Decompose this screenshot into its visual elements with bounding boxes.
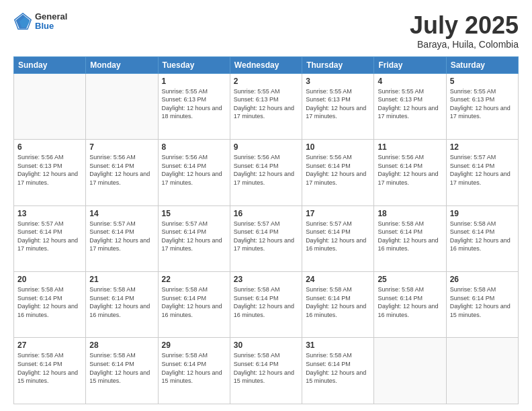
- table-row: 16Sunrise: 5:57 AM Sunset: 6:14 PM Dayli…: [230, 205, 302, 271]
- calendar-header-row: Sunday Monday Tuesday Wednesday Thursday…: [14, 56, 519, 73]
- table-row: 8Sunrise: 5:56 AM Sunset: 6:14 PM Daylig…: [158, 140, 230, 205]
- day-number: 11: [378, 142, 442, 152]
- day-info: Sunrise: 5:58 AM Sunset: 6:14 PM Dayligh…: [306, 351, 370, 385]
- calendar-subtitle: Baraya, Huila, Colombia: [410, 39, 519, 50]
- day-number: 26: [450, 275, 515, 284]
- table-row: 3Sunrise: 5:55 AM Sunset: 6:13 PM Daylig…: [302, 73, 374, 139]
- table-row: [374, 338, 446, 404]
- day-number: 25: [378, 275, 442, 284]
- day-info: Sunrise: 5:57 AM Sunset: 6:14 PM Dayligh…: [450, 153, 515, 187]
- day-info: Sunrise: 5:56 AM Sunset: 6:14 PM Dayligh…: [89, 153, 154, 187]
- day-number: 23: [234, 275, 298, 284]
- table-row: 7Sunrise: 5:56 AM Sunset: 6:14 PM Daylig…: [86, 140, 158, 205]
- day-info: Sunrise: 5:56 AM Sunset: 6:13 PM Dayligh…: [17, 153, 82, 187]
- day-info: Sunrise: 5:55 AM Sunset: 6:13 PM Dayligh…: [234, 87, 298, 121]
- day-number: 9: [234, 142, 298, 152]
- table-row: 19Sunrise: 5:58 AM Sunset: 6:14 PM Dayli…: [446, 205, 518, 271]
- table-row: 11Sunrise: 5:56 AM Sunset: 6:14 PM Dayli…: [374, 140, 446, 205]
- day-number: 8: [162, 142, 226, 152]
- table-row: 31Sunrise: 5:58 AM Sunset: 6:14 PM Dayli…: [302, 338, 374, 404]
- day-info: Sunrise: 5:58 AM Sunset: 6:14 PM Dayligh…: [234, 351, 298, 385]
- table-row: 28Sunrise: 5:58 AM Sunset: 6:14 PM Dayli…: [86, 338, 158, 404]
- logo-icon: [13, 12, 32, 31]
- day-number: 24: [306, 275, 370, 284]
- day-info: Sunrise: 5:56 AM Sunset: 6:14 PM Dayligh…: [306, 153, 370, 187]
- day-number: 1: [162, 77, 226, 86]
- col-tuesday: Tuesday: [158, 56, 230, 73]
- day-info: Sunrise: 5:58 AM Sunset: 6:14 PM Dayligh…: [234, 285, 298, 319]
- day-number: 4: [378, 77, 442, 86]
- table-row: [446, 338, 518, 404]
- day-number: 18: [378, 209, 442, 218]
- day-number: 5: [450, 77, 515, 86]
- table-row: 21Sunrise: 5:58 AM Sunset: 6:14 PM Dayli…: [86, 272, 158, 338]
- table-row: 26Sunrise: 5:58 AM Sunset: 6:14 PM Dayli…: [446, 272, 518, 338]
- day-number: 22: [162, 275, 226, 284]
- table-row: 17Sunrise: 5:57 AM Sunset: 6:14 PM Dayli…: [302, 205, 374, 271]
- table-row: 23Sunrise: 5:58 AM Sunset: 6:14 PM Dayli…: [230, 272, 302, 338]
- table-row: 4Sunrise: 5:55 AM Sunset: 6:13 PM Daylig…: [374, 73, 446, 139]
- table-row: 30Sunrise: 5:58 AM Sunset: 6:14 PM Dayli…: [230, 338, 302, 404]
- day-info: Sunrise: 5:55 AM Sunset: 6:13 PM Dayligh…: [378, 87, 442, 121]
- table-row: 5Sunrise: 5:55 AM Sunset: 6:13 PM Daylig…: [446, 73, 518, 139]
- day-number: 31: [306, 340, 370, 350]
- title-block: July 2025 Baraya, Huila, Colombia: [410, 12, 519, 50]
- day-number: 20: [17, 275, 82, 284]
- calendar-week-row: 20Sunrise: 5:58 AM Sunset: 6:14 PM Dayli…: [14, 272, 519, 338]
- logo: General Blue: [13, 12, 67, 32]
- day-info: Sunrise: 5:58 AM Sunset: 6:14 PM Dayligh…: [450, 285, 515, 319]
- day-info: Sunrise: 5:58 AM Sunset: 6:14 PM Dayligh…: [162, 285, 226, 319]
- day-number: 15: [162, 209, 226, 218]
- calendar-title: July 2025: [410, 12, 519, 39]
- calendar-week-row: 13Sunrise: 5:57 AM Sunset: 6:14 PM Dayli…: [14, 205, 519, 271]
- day-info: Sunrise: 5:55 AM Sunset: 6:13 PM Dayligh…: [450, 87, 515, 121]
- day-number: 19: [450, 209, 515, 218]
- logo-general-text: General: [35, 12, 67, 21]
- day-number: 12: [450, 142, 515, 152]
- day-number: 30: [234, 340, 298, 350]
- table-row: 14Sunrise: 5:57 AM Sunset: 6:14 PM Dayli…: [86, 205, 158, 271]
- table-row: 13Sunrise: 5:57 AM Sunset: 6:14 PM Dayli…: [14, 205, 86, 271]
- day-info: Sunrise: 5:58 AM Sunset: 6:14 PM Dayligh…: [17, 285, 82, 319]
- day-info: Sunrise: 5:58 AM Sunset: 6:14 PM Dayligh…: [306, 285, 370, 319]
- day-info: Sunrise: 5:57 AM Sunset: 6:14 PM Dayligh…: [234, 220, 298, 253]
- table-row: 10Sunrise: 5:56 AM Sunset: 6:14 PM Dayli…: [302, 140, 374, 205]
- day-info: Sunrise: 5:58 AM Sunset: 6:14 PM Dayligh…: [89, 351, 154, 385]
- col-thursday: Thursday: [302, 56, 374, 73]
- col-wednesday: Wednesday: [230, 56, 302, 73]
- table-row: 6Sunrise: 5:56 AM Sunset: 6:13 PM Daylig…: [14, 140, 86, 205]
- logo-text: General Blue: [35, 12, 67, 32]
- day-number: 16: [234, 209, 298, 218]
- table-row: 22Sunrise: 5:58 AM Sunset: 6:14 PM Dayli…: [158, 272, 230, 338]
- logo-blue-text: Blue: [35, 21, 67, 31]
- table-row: 15Sunrise: 5:57 AM Sunset: 6:14 PM Dayli…: [158, 205, 230, 271]
- table-row: 18Sunrise: 5:58 AM Sunset: 6:14 PM Dayli…: [374, 205, 446, 271]
- day-number: 28: [89, 340, 154, 350]
- table-row: 20Sunrise: 5:58 AM Sunset: 6:14 PM Dayli…: [14, 272, 86, 338]
- table-row: 25Sunrise: 5:58 AM Sunset: 6:14 PM Dayli…: [374, 272, 446, 338]
- table-row: 2Sunrise: 5:55 AM Sunset: 6:13 PM Daylig…: [230, 73, 302, 139]
- day-number: 2: [234, 77, 298, 86]
- calendar-week-row: 27Sunrise: 5:58 AM Sunset: 6:14 PM Dayli…: [14, 338, 519, 404]
- table-row: [86, 73, 158, 139]
- day-info: Sunrise: 5:58 AM Sunset: 6:14 PM Dayligh…: [378, 285, 442, 319]
- day-number: 6: [17, 142, 82, 152]
- table-row: 9Sunrise: 5:56 AM Sunset: 6:14 PM Daylig…: [230, 140, 302, 205]
- day-number: 10: [306, 142, 370, 152]
- day-info: Sunrise: 5:57 AM Sunset: 6:14 PM Dayligh…: [306, 220, 370, 253]
- header: General Blue July 2025 Baraya, Huila, Co…: [13, 12, 519, 50]
- day-number: 17: [306, 209, 370, 218]
- calendar-week-row: 6Sunrise: 5:56 AM Sunset: 6:13 PM Daylig…: [14, 140, 519, 205]
- day-number: 3: [306, 77, 370, 86]
- page: General Blue July 2025 Baraya, Huila, Co…: [0, 0, 532, 411]
- col-sunday: Sunday: [14, 56, 86, 73]
- day-info: Sunrise: 5:57 AM Sunset: 6:14 PM Dayligh…: [89, 220, 154, 253]
- table-row: 1Sunrise: 5:55 AM Sunset: 6:13 PM Daylig…: [158, 73, 230, 139]
- day-info: Sunrise: 5:56 AM Sunset: 6:14 PM Dayligh…: [234, 153, 298, 187]
- day-info: Sunrise: 5:55 AM Sunset: 6:13 PM Dayligh…: [162, 87, 226, 121]
- calendar-table: Sunday Monday Tuesday Wednesday Thursday…: [13, 56, 519, 404]
- day-info: Sunrise: 5:56 AM Sunset: 6:14 PM Dayligh…: [378, 153, 442, 187]
- day-info: Sunrise: 5:56 AM Sunset: 6:14 PM Dayligh…: [162, 153, 226, 187]
- day-info: Sunrise: 5:55 AM Sunset: 6:13 PM Dayligh…: [306, 87, 370, 121]
- calendar-week-row: 1Sunrise: 5:55 AM Sunset: 6:13 PM Daylig…: [14, 73, 519, 139]
